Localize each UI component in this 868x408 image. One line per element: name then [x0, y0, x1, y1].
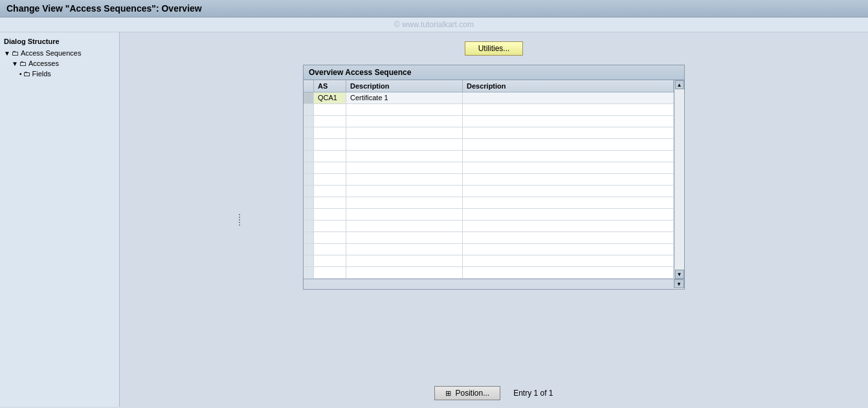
table-row[interactable]: QCA1 Certificate 1: [304, 92, 674, 104]
table-row[interactable]: [304, 139, 674, 151]
table-title: Overview Access Sequence: [304, 65, 684, 80]
sidebar-item-accesses[interactable]: ▼ 🗀 Accesses: [0, 58, 119, 69]
position-button[interactable]: ⊞ Position...: [434, 386, 500, 400]
selector-col-header: [304, 80, 314, 92]
horizontal-scroll-track: [304, 279, 674, 289]
column-headers: AS Description Description: [304, 80, 674, 92]
bullet-icon: •: [19, 70, 22, 78]
watermark-text: © www.tutorialkart.com: [394, 20, 474, 29]
scroll-down-bottom[interactable]: ▼: [674, 279, 684, 288]
table-row[interactable]: [304, 209, 674, 220]
scroll-down-button[interactable]: ▼: [675, 270, 684, 279]
sidebar-item-label: Fields: [32, 70, 51, 78]
title-text: Change View "Access Sequences": Overview: [6, 3, 202, 14]
sidebar: Dialog Structure ▼ 🗀 Access Sequences ▼ …: [0, 32, 120, 407]
table-row[interactable]: [304, 104, 674, 116]
folder-icon: 🗀: [23, 70, 30, 78]
drag-handle[interactable]: [238, 207, 241, 233]
table-row[interactable]: [304, 244, 674, 255]
utilities-button[interactable]: Utilities...: [465, 41, 524, 56]
table-scrollbar: ▲ ▼: [674, 80, 684, 279]
table-container: Overview Access Sequence AS Description …: [303, 65, 685, 290]
position-icon: ⊞: [445, 389, 451, 398]
table-row[interactable]: [304, 232, 674, 244]
table-row[interactable]: [304, 220, 674, 232]
table-row[interactable]: [304, 186, 674, 197]
table-body: QCA1 Certificate 1: [304, 92, 674, 279]
sidebar-item-label: Access Sequences: [21, 49, 82, 57]
sidebar-item-label: Accesses: [28, 59, 59, 67]
row-selector[interactable]: [304, 92, 314, 103]
table-wrapper: AS Description Description QCA1 Certific…: [304, 80, 684, 279]
col-header-desc1: Description: [346, 80, 463, 92]
scroll-up-button[interactable]: ▲: [675, 80, 684, 89]
table-row[interactable]: [304, 162, 674, 174]
table-row[interactable]: [304, 267, 674, 279]
table-row[interactable]: [304, 255, 674, 267]
cell-desc2: [463, 92, 674, 103]
table-main: AS Description Description QCA1 Certific…: [304, 80, 674, 279]
table-row[interactable]: [304, 151, 674, 162]
sidebar-title: Dialog Structure: [0, 36, 119, 48]
arrow-icon: ▼: [12, 60, 18, 67]
cell-desc1: Certificate 1: [346, 92, 463, 103]
bottom-bar: ⊞ Position... Entry 1 of 1: [133, 380, 855, 400]
watermark-bar: © www.tutorialkart.com: [0, 17, 868, 32]
corner-area: ▼: [674, 279, 684, 289]
sidebar-item-access-sequences[interactable]: ▼ 🗀 Access Sequences: [0, 48, 119, 58]
horizontal-scroll-area: ▼: [304, 279, 684, 289]
sidebar-item-fields[interactable]: • 🗀 Fields: [0, 69, 119, 79]
arrow-icon: ▼: [4, 50, 10, 57]
utilities-bar: Utilities...: [133, 41, 855, 56]
col-header-desc2: Description: [463, 80, 674, 92]
folder-icon: 🗀: [19, 59, 27, 67]
entry-info: Entry 1 of 1: [513, 389, 553, 398]
title-bar: Change View "Access Sequences": Overview: [0, 0, 868, 17]
content-area: Utilities... Overview Access Sequence AS…: [120, 32, 868, 407]
cell-as: QCA1: [314, 92, 346, 103]
table-row[interactable]: [304, 197, 674, 209]
table-row[interactable]: [304, 174, 674, 186]
table-row[interactable]: [304, 127, 674, 139]
col-header-as: AS: [314, 80, 346, 92]
position-button-label: Position...: [455, 389, 489, 398]
scroll-track: [675, 89, 684, 270]
table-row[interactable]: [304, 116, 674, 127]
folder-icon: 🗀: [12, 49, 19, 57]
